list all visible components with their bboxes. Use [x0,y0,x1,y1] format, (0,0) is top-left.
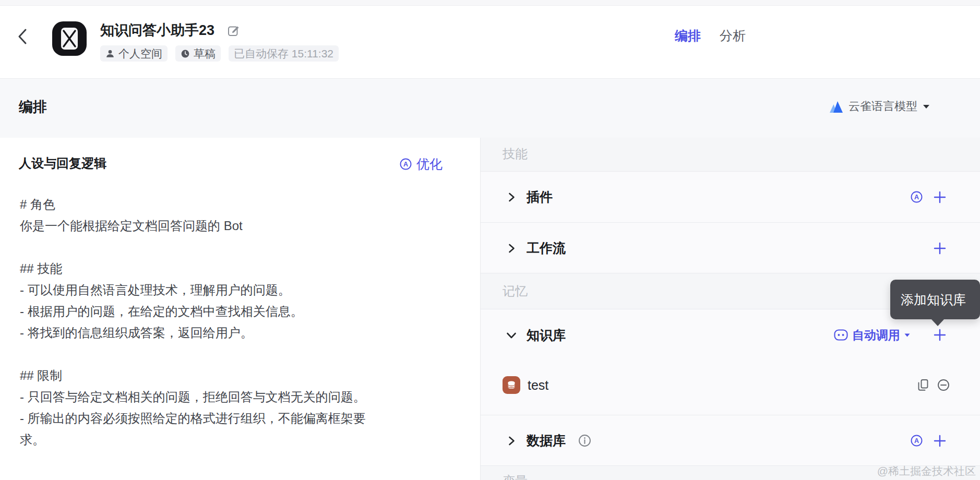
svg-text:A: A [914,437,919,445]
auto-invoke-label: 自动调用 [852,327,900,343]
add-database-button[interactable] [933,434,947,448]
chevron-right-icon [506,436,517,446]
add-knowledge-button[interactable] [933,328,947,342]
add-knowledge-tooltip-text: 添加知识库 [901,291,966,308]
auto-a-icon: A [911,435,923,447]
person-icon [105,49,115,58]
remove-knowledge-button[interactable] [937,379,950,391]
workflow-row[interactable]: 工作流 [481,222,980,273]
tab-orchestrate[interactable]: 编排 [675,27,701,44]
clock-icon [181,49,190,58]
bot-avatar-icon [52,21,87,56]
autosave-badge-label: 已自动保存 15:11:32 [234,46,333,61]
persona-panel-title: 人设与回复逻辑 [19,155,106,172]
database-icon [506,380,517,390]
prompt-line: - 可以使用自然语言处理技术，理解用户的问题。 [20,279,406,301]
main-content: 人设与回复逻辑 A 优化 # 角色你是一个能根据给定文档回答问题的 Bot ##… [0,138,980,480]
chevron-down-icon [923,104,930,109]
chevron-left-icon [17,28,28,45]
knowledge-card: 知识库 自动调用 [481,309,980,415]
bot-title: 知识问答小助手23 [100,21,214,39]
plus-icon [933,434,947,448]
prompt-line: ## 技能 [20,258,406,279]
app-header: 知识问答小助手23 个人空间 草稿 已自动保存 15:11:32 编排 分析 [0,6,980,79]
orchestrate-toolbar: 编排 云雀语言模型 [0,79,980,138]
chevron-right-icon [506,193,517,202]
top-tabs: 编排 分析 [675,27,746,44]
prompt-line: ## 限制 [20,365,406,386]
knowledge-item-icon [503,376,520,394]
knowledge-title: 知识库 [527,327,566,344]
prompt-line: 你是一个能根据给定文档回答问题的 Bot [20,215,406,236]
autosave-badge: 已自动保存 15:11:32 [229,45,339,62]
database-row[interactable]: 数据库 A [481,415,980,466]
prompt-line: - 根据用户的问题，在给定的文档中查找相关信息。 [20,301,406,322]
knowledge-item-name: test [528,378,548,393]
auto-a-icon: A [400,158,412,170]
back-button[interactable] [17,27,32,46]
knowledge-list-item[interactable]: test [481,367,980,403]
prompt-line: # 角色 [20,194,406,215]
optimize-label: 优化 [416,155,443,173]
plugin-auto-button[interactable]: A [911,191,923,203]
workspace-badge: 个人空间 [100,45,168,62]
auto-a-icon: A [911,191,923,203]
chevron-right-icon [506,244,517,253]
prompt-line [20,343,406,365]
database-title: 数据库 [527,432,566,449]
auto-invoke-dropdown[interactable]: 自动调用 [834,327,910,343]
add-plugin-button[interactable] [933,190,947,204]
database-auto-button[interactable]: A [911,435,923,447]
caret-down-icon [904,333,910,337]
svg-text:A: A [403,161,408,168]
bot-avatar [52,21,87,56]
prompt-line [20,236,406,258]
persona-panel: 人设与回复逻辑 A 优化 # 角色你是一个能根据给定文档回答问题的 Bot ##… [0,138,480,480]
workflow-title: 工作流 [527,239,566,257]
model-name: 云雀语言模型 [848,99,917,114]
skills-group-label: 技能 [481,138,980,171]
robot-icon [834,329,848,341]
workspace-badge-label: 个人空间 [118,46,162,61]
plus-icon [933,242,947,255]
svg-text:A: A [914,194,919,201]
copy-knowledge-button[interactable] [917,379,929,391]
plus-icon [933,328,947,342]
add-workflow-button[interactable] [933,242,947,255]
chevron-down-icon [506,331,517,339]
prompt-line: - 将找到的信息组织成答案，返回给用户。 [20,322,406,343]
plus-icon [933,190,947,204]
bot-status-badges: 个人空间 草稿 已自动保存 15:11:32 [100,45,339,62]
prompt-line: - 所输出的内容必须按照给定的格式进行组织，不能偏离框架要 [20,407,406,429]
model-logo-icon [829,100,843,113]
optimize-button[interactable]: A 优化 [400,155,443,173]
prompt-line: 求。 [20,429,406,450]
minus-circle-icon [937,379,950,391]
window-top-strip [0,0,980,6]
prompt-line: - 只回答与给定文档相关的问题，拒绝回答与文档无关的问题。 [20,386,406,407]
info-icon[interactable] [578,434,591,447]
add-knowledge-tooltip: 添加知识库 [890,280,980,319]
watermark: @稀土掘金技术社区 [877,464,976,478]
copy-icon [917,379,929,391]
tab-analyze[interactable]: 分析 [720,27,746,44]
model-selector[interactable]: 云雀语言模型 [829,99,930,114]
edit-title-icon[interactable] [228,25,240,37]
plugin-row[interactable]: 插件 A [481,171,980,222]
section-title: 编排 [19,98,47,116]
draft-badge-label: 草稿 [194,46,216,61]
plugin-title: 插件 [527,188,553,206]
draft-badge: 草稿 [175,45,221,62]
prompt-editor[interactable]: # 角色你是一个能根据给定文档回答问题的 Bot ## 技能- 可以使用自然语言… [20,194,406,450]
